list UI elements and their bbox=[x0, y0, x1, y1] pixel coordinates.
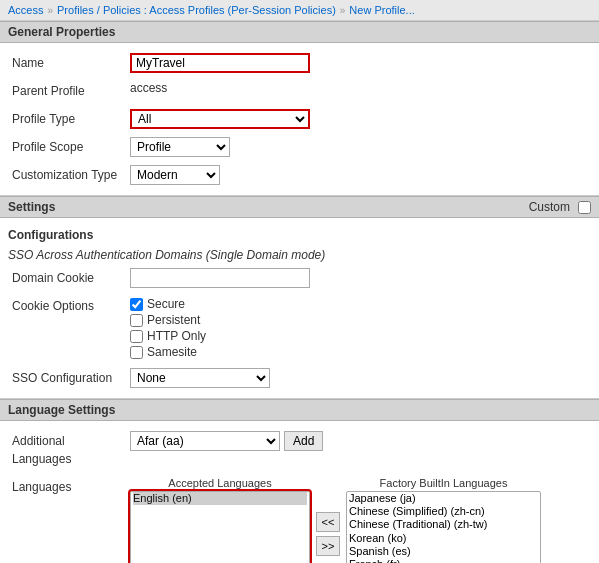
profile-scope-label: Profile Scope bbox=[0, 136, 130, 158]
additional-languages-select[interactable]: Afar (aa) Abkhazian (ab) Afrikaans (af) bbox=[130, 431, 280, 451]
domain-cookie-row: Domain Cookie bbox=[0, 264, 599, 292]
breadcrumb-new-profile: New Profile... bbox=[349, 4, 414, 16]
parent-profile-row: Parent Profile access bbox=[0, 77, 599, 105]
accepted-languages-label: Accepted Languages bbox=[130, 477, 310, 489]
custom-label: Custom bbox=[529, 200, 570, 214]
http-only-label: HTTP Only bbox=[147, 329, 206, 343]
move-left-button[interactable]: << bbox=[316, 512, 340, 532]
profile-type-select[interactable]: All LTM SSL-VPN bbox=[130, 109, 310, 129]
factory-languages-container: Factory BuiltIn Languages Japanese (ja) … bbox=[346, 477, 541, 563]
breadcrumb-sep-1: » bbox=[47, 5, 53, 16]
factory-languages-label: Factory BuiltIn Languages bbox=[346, 477, 541, 489]
parent-profile-label: Parent Profile bbox=[0, 80, 130, 102]
factory-languages-list[interactable]: Japanese (ja) Chinese (Simplified) (zh-c… bbox=[346, 491, 541, 563]
configurations-section: Configurations SSO Across Authentication… bbox=[0, 218, 599, 398]
name-row: Name bbox=[0, 49, 599, 77]
language-settings-header: Language Settings bbox=[0, 399, 599, 421]
cookie-options-row: Cookie Options Secure Persistent HTTP On… bbox=[0, 292, 599, 364]
sso-config-row: SSO Configuration None bbox=[0, 364, 599, 392]
accepted-languages-list[interactable]: English (en) bbox=[130, 491, 310, 563]
accepted-languages-container: Accepted Languages English (en) bbox=[130, 477, 310, 563]
persistent-label: Persistent bbox=[147, 313, 200, 327]
configurations-header: Configurations bbox=[0, 224, 599, 246]
secure-checkbox[interactable] bbox=[130, 298, 143, 311]
secure-row: Secure bbox=[130, 296, 599, 312]
http-only-row: HTTP Only bbox=[130, 328, 599, 344]
additional-languages-label: Additional Languages bbox=[0, 430, 130, 470]
parent-profile-text: access bbox=[130, 81, 167, 95]
breadcrumb: Access » Profiles / Policies : Access Pr… bbox=[0, 0, 599, 21]
breadcrumb-profiles[interactable]: Profiles / Policies : Access Profiles (P… bbox=[57, 4, 336, 16]
name-input[interactable] bbox=[130, 53, 310, 73]
secure-label: Secure bbox=[147, 297, 185, 311]
domain-cookie-label: Domain Cookie bbox=[0, 267, 130, 289]
http-only-checkbox[interactable] bbox=[130, 330, 143, 343]
custom-checkbox[interactable] bbox=[578, 201, 591, 214]
sso-config-value: None bbox=[130, 367, 599, 389]
profile-type-row: Profile Type All LTM SSL-VPN bbox=[0, 105, 599, 133]
name-label: Name bbox=[0, 52, 130, 74]
domain-cookie-input[interactable] bbox=[130, 268, 310, 288]
customization-type-select[interactable]: Modern Standard bbox=[130, 165, 220, 185]
customization-type-value: Modern Standard bbox=[130, 164, 599, 186]
languages-value: Accepted Languages English (en) << >> Fa… bbox=[130, 476, 599, 563]
general-properties-section: Name Parent Profile access Profile Type … bbox=[0, 43, 599, 195]
add-language-button[interactable]: Add bbox=[284, 431, 323, 451]
language-settings-section: Additional Languages Afar (aa) Abkhazian… bbox=[0, 421, 599, 563]
samesite-label: Samesite bbox=[147, 345, 197, 359]
language-arrows: << >> bbox=[316, 512, 340, 556]
general-properties-header: General Properties bbox=[0, 21, 599, 43]
breadcrumb-access[interactable]: Access bbox=[8, 4, 43, 16]
customization-type-row: Customization Type Modern Standard bbox=[0, 161, 599, 189]
languages-label: Languages bbox=[0, 476, 130, 498]
breadcrumb-sep-2: » bbox=[340, 5, 346, 16]
languages-row: Languages Accepted Languages English (en… bbox=[0, 473, 599, 563]
sso-config-select[interactable]: None bbox=[130, 368, 270, 388]
samesite-checkbox[interactable] bbox=[130, 346, 143, 359]
profile-type-label: Profile Type bbox=[0, 108, 130, 130]
persistent-row: Persistent bbox=[130, 312, 599, 328]
persistent-checkbox[interactable] bbox=[130, 314, 143, 327]
cookie-options-value: Secure Persistent HTTP Only Samesite bbox=[130, 295, 599, 361]
settings-header: Settings bbox=[8, 200, 55, 214]
parent-profile-value: access bbox=[130, 80, 599, 96]
additional-languages-value: Afar (aa) Abkhazian (ab) Afrikaans (af) … bbox=[130, 430, 599, 452]
samesite-row: Samesite bbox=[130, 344, 599, 360]
move-right-button[interactable]: >> bbox=[316, 536, 340, 556]
domain-cookie-value bbox=[130, 267, 599, 289]
profile-scope-value: Profile Global bbox=[130, 136, 599, 158]
name-value bbox=[130, 52, 599, 74]
cookie-options-label: Cookie Options bbox=[0, 295, 130, 317]
customization-type-label: Customization Type bbox=[0, 164, 130, 186]
sso-header: SSO Across Authentication Domains (Singl… bbox=[0, 246, 599, 264]
profile-type-value: All LTM SSL-VPN bbox=[130, 108, 599, 130]
profile-scope-row: Profile Scope Profile Global bbox=[0, 133, 599, 161]
additional-languages-row: Additional Languages Afar (aa) Abkhazian… bbox=[0, 427, 599, 473]
profile-scope-select[interactable]: Profile Global bbox=[130, 137, 230, 157]
sso-config-label: SSO Configuration bbox=[0, 367, 130, 389]
